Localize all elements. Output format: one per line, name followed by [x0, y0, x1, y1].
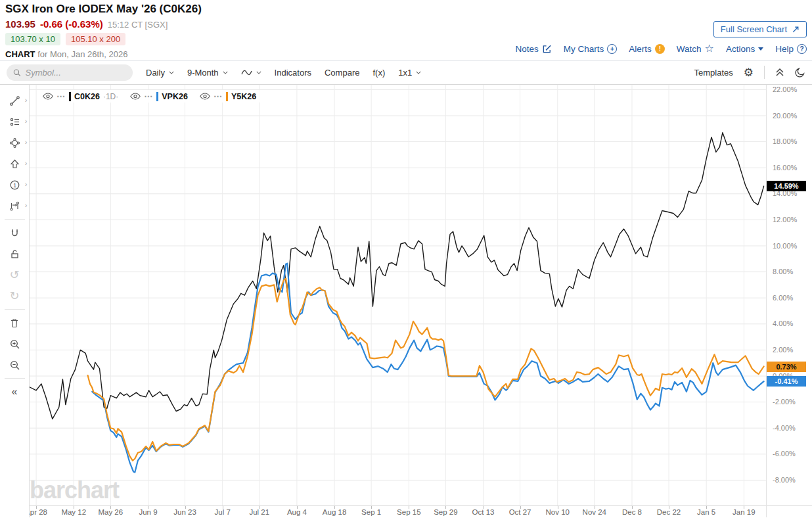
last-price-badge-vpk26: -0.41%: [767, 376, 806, 387]
y-axis-label: 20.00%: [773, 112, 797, 120]
delete-drawings-button[interactable]: [0, 312, 30, 333]
x-axis-label: Dec 22: [657, 508, 681, 516]
redo-button[interactable]: ↻: [0, 285, 30, 306]
barchart-watermark: barchart: [30, 477, 119, 504]
y-axis-label: -6.00%: [773, 450, 796, 458]
legend-menu-icon[interactable]: ⋯: [214, 91, 223, 101]
circled-one-icon: 1: [9, 179, 20, 191]
zoom-in-icon: [9, 339, 20, 350]
timeframe-label: Daily: [146, 68, 165, 78]
star-icon: ☆: [705, 43, 714, 54]
measure-tool[interactable]: ›: [0, 195, 30, 216]
sidebar-divider: [5, 219, 25, 220]
chart-plot-area[interactable]: barchart ⋯ C0K26 ·1D· ⋯ VPK26: [30, 85, 766, 517]
layout-dropdown[interactable]: 1x1: [398, 68, 421, 78]
x-axis-label: Nov 10: [546, 508, 570, 516]
my-charts-label: My Charts: [564, 44, 604, 54]
x-axis-label: Jun 23: [173, 508, 196, 516]
symbol-search[interactable]: [7, 64, 133, 81]
gann-lines-tool[interactable]: ›: [0, 111, 30, 132]
x-axis-label: Oct 13: [472, 508, 495, 516]
eye-visibility-icon[interactable]: [130, 93, 141, 100]
full-screen-chart-button[interactable]: Full Screen Chart: [713, 21, 807, 37]
actions-menu[interactable]: Actions: [726, 44, 763, 54]
notes-link[interactable]: Notes: [516, 44, 552, 54]
x-axis-label: Jun 9: [139, 508, 157, 516]
chart-legend: ⋯ C0K26 ·1D· ⋯ VPK26 ⋯: [39, 90, 260, 103]
shapes-tool[interactable]: ›: [0, 132, 30, 153]
fx-button[interactable]: f(x): [372, 68, 385, 78]
zoom-in-button[interactable]: [0, 333, 30, 354]
range-dropdown[interactable]: 9-Month: [187, 68, 228, 78]
y-axis[interactable]: 22.00%20.00%18.00%16.00%14.00%12.00%10.0…: [766, 85, 812, 517]
zoom-out-button[interactable]: [0, 354, 30, 375]
trend-line-tool[interactable]: ›: [0, 90, 30, 111]
watch-link[interactable]: Watch ☆: [677, 43, 714, 54]
x-axis-label: Jan 5: [697, 508, 715, 516]
expand-chevron-icon: ›: [25, 96, 28, 104]
chart-date-note: for Mon, Jan 26th, 2026: [37, 49, 127, 59]
lock-drawings-tool[interactable]: [0, 243, 30, 264]
quote-header: SGX Iron Ore IODEX May '26 (C0K26) 103.9…: [0, 0, 812, 60]
templates-button[interactable]: Templates: [694, 68, 733, 78]
legend-menu-icon[interactable]: ⋯: [144, 91, 153, 101]
eye-visibility-icon[interactable]: [200, 93, 210, 100]
eye-visibility-icon[interactable]: [43, 93, 53, 100]
notes-label: Notes: [516, 44, 539, 54]
magnet-snap-tool[interactable]: [0, 222, 30, 243]
drawing-tools-sidebar: › › › ›: [0, 85, 30, 517]
chart-type-dropdown[interactable]: [241, 69, 261, 76]
indicators-button[interactable]: Indicators: [275, 68, 311, 78]
expand-chevron-icon: ›: [25, 117, 28, 125]
x-axis-label: May 26: [98, 508, 123, 516]
symbol-input[interactable]: [26, 68, 126, 78]
compare-button[interactable]: Compare: [325, 68, 359, 78]
y-axis-label: 6.00%: [773, 294, 793, 302]
alerts-label: Alerts: [629, 44, 652, 54]
indicators-label: Indicators: [275, 68, 311, 78]
y-axis-bottom-corner: [767, 506, 812, 517]
undo-button[interactable]: ↺: [0, 264, 30, 285]
chevron-down-icon: [256, 71, 261, 74]
ask-badge: 105.10 x 200: [66, 33, 125, 45]
collapse-sidebar-button[interactable]: «: [0, 381, 30, 402]
fx-label: f(x): [372, 68, 385, 78]
unlock-icon: [9, 248, 20, 260]
timeframe-dropdown[interactable]: Daily: [146, 68, 174, 78]
price-chart-canvas[interactable]: [30, 85, 766, 506]
x-axis-label: Aug 18: [323, 508, 346, 516]
y-axis-label: 22.00%: [773, 85, 797, 93]
page-title: SGX Iron Ore IODEX May '26 (C0K26): [5, 3, 807, 16]
arrow-up-icon: [9, 158, 20, 170]
price-change: -0.66 (-0.63%): [40, 18, 103, 30]
dark-mode-moon-icon[interactable]: [795, 67, 805, 78]
y-axis-label: 18.00%: [773, 137, 797, 145]
watch-label: Watch: [677, 44, 702, 54]
x-axis-label: Apr 28: [30, 508, 47, 516]
expand-chevron-icon: ›: [25, 201, 28, 209]
y-axis-label: -8.00%: [773, 476, 796, 484]
chart-toolbar: Daily 9-Month Indicators Compare f(x) 1x…: [0, 60, 812, 85]
alerts-link[interactable]: Alerts !: [629, 44, 665, 54]
my-charts-link[interactable]: My Charts +: [564, 44, 618, 54]
magnet-icon: [9, 227, 20, 239]
settings-gear-icon[interactable]: ⚙: [744, 67, 754, 78]
full-screen-chart-label: Full Screen Chart: [721, 24, 787, 34]
arrow-annotation-tool[interactable]: ›: [0, 153, 30, 174]
x-axis-dates: Apr 28May 12May 26Jun 9Jun 23Jul 7Jul 21…: [30, 506, 766, 517]
collapse-panel-icon[interactable]: [775, 68, 784, 77]
help-link[interactable]: Help ?: [775, 44, 807, 54]
trash-icon: [9, 318, 20, 329]
last-price-badge-y5k26: 0.73%: [767, 362, 806, 372]
number-annotation-tool[interactable]: 1 ›: [0, 174, 30, 195]
layout-label: 1x1: [398, 68, 412, 78]
line-chart-type-icon: [241, 69, 252, 76]
chevron-down-icon: [758, 47, 763, 51]
range-label: 9-Month: [187, 68, 219, 78]
x-axis-label: Oct 27: [509, 508, 531, 516]
y-axis-label: -4.00%: [773, 424, 796, 432]
x-axis-label: Jan 19: [733, 508, 756, 516]
x-axis-label: Sep 15: [397, 508, 420, 516]
legend-menu-icon[interactable]: ⋯: [56, 91, 66, 101]
quote-time: 15:12 CT [SGX]: [108, 20, 168, 30]
